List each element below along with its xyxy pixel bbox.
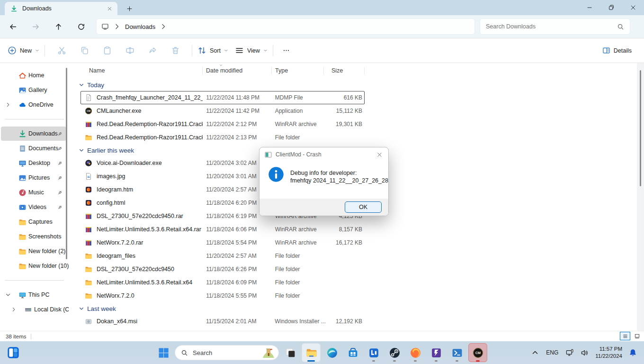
new-plus-icon [8, 46, 17, 55]
details-pane-button[interactable]: Details [602, 46, 632, 55]
sidebar-item-music[interactable]: Music [1, 185, 66, 200]
taskbar-app-microsoft-store[interactable] [343, 343, 362, 362]
sidebar-scrollbar[interactable] [66, 68, 67, 259]
explorer-tab-downloads[interactable]: Downloads [5, 2, 117, 15]
search-downloads-input[interactable]: Search Downloads [480, 18, 630, 35]
sidebar-item-screenshots[interactable]: Screenshots [1, 229, 66, 244]
close-window-button[interactable] [622, 0, 644, 15]
pin-icon [57, 190, 63, 196]
more-options-button[interactable] [279, 44, 294, 58]
scrollbar-thumb[interactable] [640, 70, 641, 186]
sidebar-separator [5, 119, 64, 119]
sidebar-item-captures[interactable]: Captures [1, 215, 66, 229]
file-row[interactable]: Dokan_x64.msi11/15/2024 2:01 AMWindows I… [80, 315, 365, 328]
group-label: Earlier this week [87, 147, 134, 154]
column-header-size[interactable]: Size [324, 65, 365, 76]
notifications-button[interactable] [626, 343, 640, 362]
file-type-cell: WinRAR archive [272, 121, 324, 127]
sidebar-item-pictures[interactable]: Pictures [1, 171, 66, 185]
downloads-icon [10, 5, 18, 12]
up-button[interactable] [51, 19, 66, 34]
copy-button[interactable] [77, 43, 92, 58]
maximize-button[interactable] [600, 0, 622, 15]
clock[interactable]: 11:57 PM 11/22/2024 [592, 346, 626, 360]
volume-button[interactable] [577, 343, 592, 362]
chevron-down-icon [5, 292, 11, 298]
column-header-type[interactable]: Type [272, 65, 324, 76]
taskbar-app-powershell[interactable] [447, 343, 466, 362]
file-row[interactable]: Red.Dead.Redemption-Razor1911.Crack_...1… [80, 118, 365, 131]
forward-button[interactable] [28, 19, 43, 34]
file-row[interactable]: NetWorx.7.2.0.rar11/18/2024 5:54 PMWinRA… [80, 236, 365, 249]
new-tab-button[interactable] [124, 3, 134, 14]
taskbar-app-task-squares[interactable] [281, 343, 300, 362]
taskbar-app-purple-f-app[interactable] [427, 343, 446, 362]
ethernet-icon [565, 348, 574, 357]
column-header-name[interactable]: Name [80, 65, 203, 76]
folder-file-icon [85, 134, 92, 141]
taskbar-app-file-explorer[interactable] [302, 343, 321, 362]
file-row[interactable]: Red.Dead.Redemption-Razor1911.Crack_...1… [80, 131, 365, 144]
minimize-button[interactable] [579, 0, 600, 15]
command-toolbar: New Sort View [0, 38, 644, 63]
sidebar-item-new-folder-2[interactable]: New folder (2) [1, 244, 66, 258]
pin-icon [57, 204, 63, 210]
taskbar-app-blue-l-app[interactable] [364, 343, 383, 362]
new-button[interactable]: New [8, 46, 39, 55]
details-view-button[interactable] [620, 332, 630, 340]
file-row[interactable]: Ideogram_files11/20/2024 2:57 AMFile fol… [80, 249, 365, 263]
sidebar-item-home[interactable]: Home [1, 68, 66, 82]
cut-button[interactable] [54, 43, 69, 58]
sidebar-item-label: Music [28, 189, 44, 196]
sidebar-item-local-disk-c[interactable]: Local Disk (C:) [1, 302, 66, 317]
file-name: images.jpg [97, 173, 125, 180]
sort-button[interactable]: Sort [197, 46, 228, 55]
pictures-icon [18, 174, 27, 182]
column-header-date-modified[interactable]: Date modified [203, 65, 272, 76]
sidebar-item-onedrive[interactable]: OneDrive [1, 98, 66, 112]
sidebar-item-desktop[interactable]: Desktop [1, 156, 66, 170]
rename-button[interactable] [122, 43, 137, 58]
file-row[interactable]: NetWorx.7.2.011/18/2024 5:55 PMFile fold… [80, 289, 365, 302]
taskbar-app-edge[interactable] [322, 343, 341, 362]
breadcrumb[interactable]: Downloads [96, 18, 475, 35]
sidebar-item-videos[interactable]: Videos [1, 200, 66, 214]
taskbar-search[interactable]: Search [175, 345, 279, 360]
widgets-button[interactable] [7, 346, 20, 359]
taskbar-app-steam[interactable] [385, 343, 404, 362]
share-button[interactable] [145, 43, 160, 58]
file-row[interactable]: DSL_2730U_57e220cdc945011/18/2024 6:26 P… [80, 263, 365, 276]
view-button[interactable]: View [235, 46, 268, 55]
network-button[interactable] [563, 343, 577, 362]
file-date-cell: 11/18/2024 6:26 PM [203, 266, 272, 273]
language-indicator[interactable]: ENG [542, 349, 563, 356]
delete-button[interactable] [168, 43, 183, 58]
back-button[interactable] [5, 19, 20, 34]
taskbar-app-firefox[interactable] [406, 343, 425, 362]
sidebar-item-gallery[interactable]: Gallery [1, 83, 66, 97]
start-button[interactable] [154, 343, 173, 362]
dialog-close-button[interactable] [376, 151, 383, 158]
taskbar-search-label: Search [193, 349, 212, 356]
file-row[interactable]: Crash_fmehfqy_Launcher_2024_11_22__2...1… [80, 91, 365, 104]
breadcrumb-location[interactable]: Downloads [125, 23, 155, 30]
sidebar-item-this-pc[interactable]: This PC [1, 288, 66, 302]
sidebar-item-label: Desktop [28, 160, 50, 166]
group-header-today[interactable]: Today [79, 79, 365, 91]
ok-button[interactable]: OK [345, 201, 382, 213]
folder-file-icon [85, 279, 92, 286]
refresh-button[interactable] [73, 19, 89, 34]
sidebar-item-downloads[interactable]: Downloads [1, 127, 66, 141]
paste-button[interactable] [99, 43, 115, 58]
hidden-icons-button[interactable] [528, 343, 542, 362]
tab-close-button[interactable] [104, 3, 115, 14]
sidebar-item-documents[interactable]: Documents [1, 141, 66, 155]
large-icons-view-button[interactable] [632, 332, 642, 340]
file-row[interactable]: NetLimiter.Unlimited.5.3.6.Retail.x6411/… [80, 276, 365, 289]
group-header-last-week[interactable]: Last week [79, 302, 365, 315]
file-row[interactable]: CMCMLauncher.exe11/22/2024 11:42 PMAppli… [80, 104, 365, 118]
vertical-scrollbar[interactable] [637, 63, 644, 331]
sidebar-item-new-folder-10[interactable]: New folder (10) [1, 259, 66, 273]
taskbar-app-clientmod[interactable]: CM [468, 343, 487, 362]
file-row[interactable]: NetLimiter.Unlimited.5.3.6.Retail.x64.ra… [80, 223, 365, 236]
